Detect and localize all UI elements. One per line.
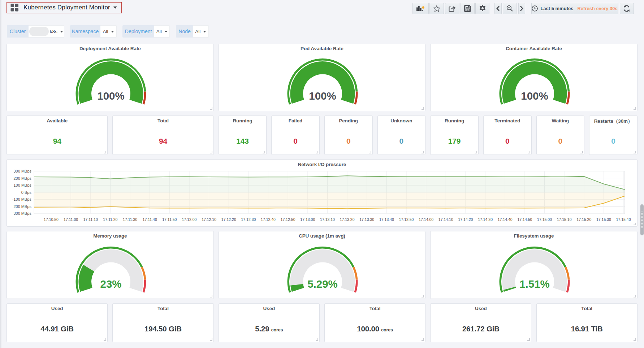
svg-text:1.51%: 1.51% <box>519 278 550 290</box>
svg-text:5.29%: 5.29% <box>308 278 338 290</box>
svg-text:100%: 100% <box>521 90 548 102</box>
svg-text:100%: 100% <box>97 90 124 102</box>
svg-text:100%: 100% <box>309 90 336 102</box>
svg-text:23%: 23% <box>100 278 121 290</box>
